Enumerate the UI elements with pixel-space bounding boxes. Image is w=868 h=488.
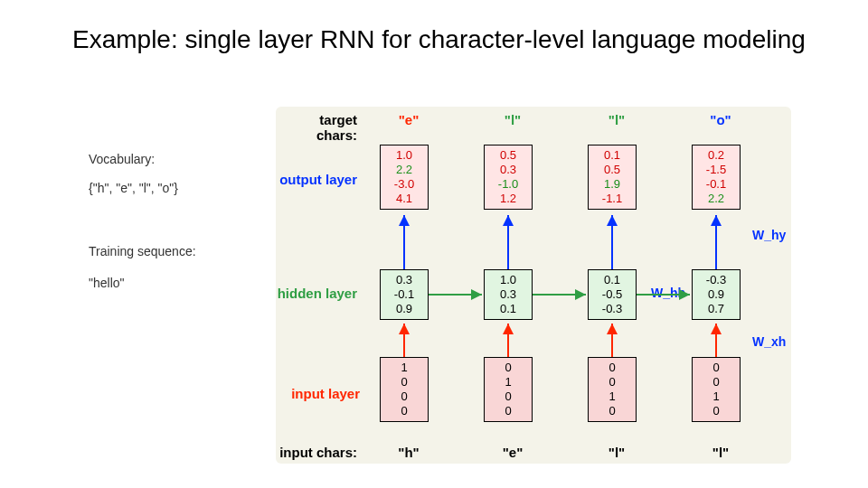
hidden-vector: -0.30.90.7	[692, 269, 741, 320]
weight-wxh-label: W_xh	[752, 334, 786, 349]
vocab-label: Vocabulary:	[89, 152, 155, 166]
output-vector: 0.10.51.9-1.1	[588, 145, 637, 210]
input-layer-label: input layer	[278, 386, 360, 401]
input-vector: 0100	[484, 357, 533, 422]
input-vector: 1000	[380, 357, 429, 422]
input-char: "l"	[692, 445, 750, 460]
input-vector: 0010	[692, 357, 741, 422]
input-chars-label: input chars:	[276, 445, 357, 460]
output-layer-label: output layer	[276, 172, 357, 187]
output-vector: 1.02.2-3.04.1	[380, 145, 429, 210]
target-char: "o"	[692, 112, 750, 127]
target-char: "l"	[588, 112, 646, 127]
page-title: Example: single layer RNN for character-…	[72, 25, 806, 54]
hidden-vector: 1.00.30.1	[484, 269, 533, 320]
input-char: "e"	[484, 445, 542, 460]
train-label: Training sequence:	[89, 244, 196, 258]
train-sequence: "hello"	[89, 276, 125, 290]
hidden-vector: 0.1-0.5-0.3	[588, 269, 637, 320]
vocab-set: {"h", "e", "l", "o"}	[89, 181, 178, 195]
input-vector: 0010	[588, 357, 637, 422]
target-char: "l"	[484, 112, 542, 127]
output-vector: 0.50.3-1.01.2	[484, 145, 533, 210]
target-char: "e"	[380, 112, 438, 127]
output-vector: 0.2-1.5-0.12.2	[692, 145, 741, 210]
input-char: "l"	[588, 445, 646, 460]
target-chars-label: target chars:	[276, 112, 357, 143]
input-char: "h"	[380, 445, 438, 460]
hidden-layer-label: hidden layer	[276, 286, 357, 301]
weight-whh-label: W_hh	[651, 286, 685, 300]
hidden-vector: 0.3-0.10.9	[380, 269, 429, 320]
weight-why-label: W_hy	[752, 228, 786, 242]
